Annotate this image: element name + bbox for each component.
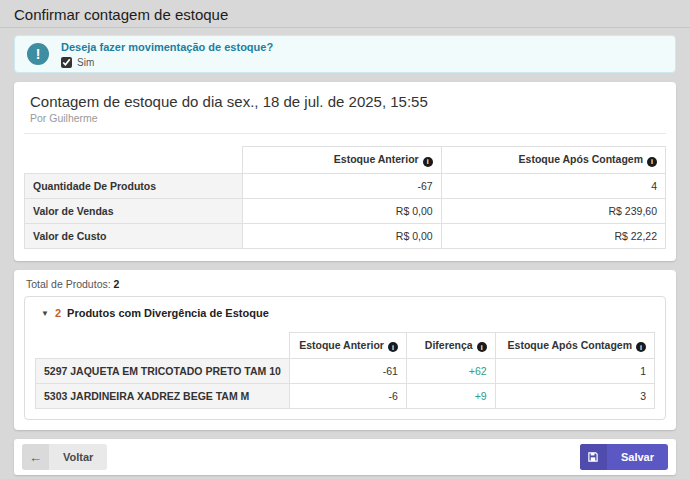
products-panel: Total de Produtos: 2 ▼ 2 Produtos com Di… [14,270,676,431]
sim-checkbox-label: Sim [77,57,94,68]
count-byline: Por Guilherme [24,111,666,125]
back-button[interactable]: ← Voltar [22,444,107,470]
total-products-line: Total de Produtos: 2 [24,278,666,291]
empty-header-cell [25,147,243,174]
table-row: Quantidade De Produtos -67 4 [25,173,666,198]
product-row: 5303 JARDINEIRA XADREZ BEGE TAM M -6 +9 … [36,384,655,409]
arrow-left-icon: ← [22,444,49,470]
column-header-estoque-anterior: Estoque Anteriori [242,147,441,174]
row-label: Valor de Vendas [25,198,243,223]
info-icon[interactable]: i [636,342,646,352]
column-label: Estoque Após Contagem [508,339,632,351]
total-products-label: Total de Produtos: [26,278,111,290]
alert-question: Deseja fazer movimentação de estoque? [61,41,273,54]
column-header-estoque-apos: Estoque Após Contagemi [495,332,654,359]
footer-action-bar: ← Voltar Salvar [14,439,676,475]
info-icon[interactable]: i [423,157,433,167]
info-icon[interactable]: i [647,157,657,167]
back-button-label: Voltar [49,444,107,470]
table-row: Valor de Vendas R$ 0,00 R$ 239,60 [25,198,666,223]
count-summary-panel: Contagem de estoque do dia sex., 18 de j… [14,82,676,261]
sim-checkbox[interactable] [61,57,72,68]
info-icon[interactable]: i [388,342,398,352]
divergence-title: Produtos com Divergência de Estoque [67,307,269,320]
divergence-section: ▼ 2 Produtos com Divergência de Estoque … [24,296,666,421]
column-label: Diferença [425,339,473,351]
title-divider [0,27,690,28]
divergence-table: Estoque Anteriori Diferençai Estoque Apó… [35,332,655,410]
row-label: Valor de Custo [25,223,243,248]
info-icon[interactable]: i [477,342,487,352]
column-label: Estoque Após Contagem [519,153,643,165]
table-row: Valor de Custo R$ 0,00 R$ 22,22 [25,223,666,248]
product-name: 5303 JARDINEIRA XADREZ BEGE TAM M [36,384,290,409]
caret-down-icon: ▼ [41,307,49,320]
column-header-diferenca: Diferençai [406,332,495,359]
product-row: 5297 JAQUETA EM TRICOTADO PRETO TAM 10 -… [36,359,655,384]
save-button-label: Salvar [607,444,668,470]
empty-header-cell [36,332,290,359]
estoque-anterior-value: -61 [289,359,406,384]
diferenca-value: +9 [406,384,495,409]
row-label: Quantidade De Produtos [25,173,243,198]
column-label: Estoque Anterior [299,339,384,351]
divergence-collapse-toggle[interactable]: ▼ 2 Produtos com Divergência de Estoque [35,305,655,320]
movement-checkbox-row: Sim [61,57,273,68]
stock-movement-alert: ! Deseja fazer movimentação de estoque? … [14,35,676,73]
estoque-apos-value: R$ 22,22 [441,223,665,248]
product-name: 5297 JAQUETA EM TRICOTADO PRETO TAM 10 [36,359,290,384]
divergence-count: 2 [55,307,61,320]
estoque-anterior-value: R$ 0,00 [242,223,441,248]
diferenca-value: +62 [406,359,495,384]
count-heading: Contagem de estoque do dia sex., 18 de j… [24,90,666,111]
summary-table: Estoque Anteriori Estoque Após Contagemi… [24,146,666,249]
column-header-estoque-anterior: Estoque Anteriori [289,332,406,359]
total-products-value: 2 [114,278,120,290]
save-icon [580,444,607,470]
column-header-estoque-apos: Estoque Após Contagemi [441,147,665,174]
estoque-apos-value: R$ 239,60 [441,198,665,223]
column-label: Estoque Anterior [334,153,419,165]
page-title: Confirmar contagem de estoque [0,0,690,27]
estoque-anterior-value: R$ 0,00 [242,198,441,223]
estoque-anterior-value: -67 [242,173,441,198]
alert-info-icon: ! [27,43,49,65]
save-button[interactable]: Salvar [580,444,668,470]
estoque-anterior-value: -6 [289,384,406,409]
panel-divider [24,133,666,134]
estoque-apos-value: 3 [495,384,654,409]
estoque-apos-value: 4 [441,173,665,198]
estoque-apos-value: 1 [495,359,654,384]
